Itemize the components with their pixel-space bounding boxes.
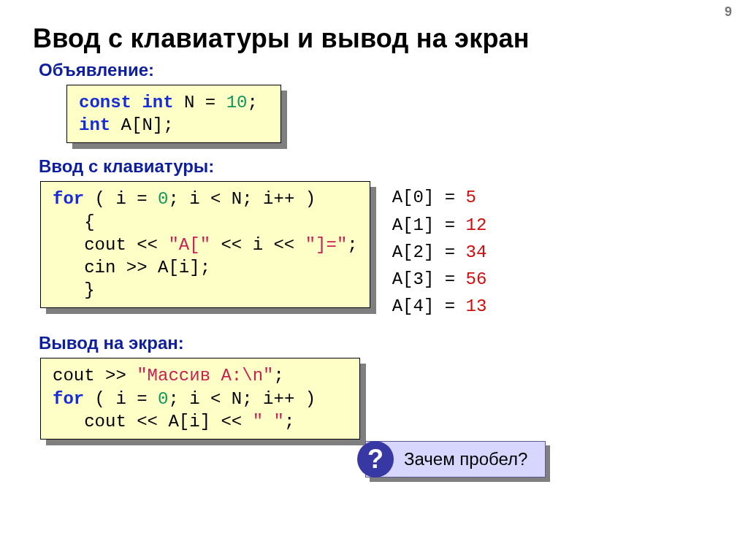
output-key: A[1] =: [392, 215, 466, 235]
string-literal: " ": [253, 412, 284, 431]
code-text: ; i < N; i++ ): [168, 389, 316, 409]
code-text: {: [53, 212, 95, 232]
code-text: =: [137, 189, 158, 209]
code-text: ;: [284, 412, 294, 431]
keyword: const int: [79, 93, 174, 112]
output-value: 56: [466, 269, 487, 289]
output-value: 13: [466, 296, 487, 316]
output-line: A[2] = 34: [392, 239, 487, 266]
string-literal: "]=": [305, 235, 348, 255]
output-line: A[4] = 13: [392, 293, 487, 320]
code-text: =: [205, 93, 226, 112]
slide: 9 Ввод с клавиатуры и вывод на экран Объ…: [0, 0, 748, 560]
keyword: for: [53, 189, 84, 209]
code-text: ;: [273, 366, 283, 386]
output-value: 12: [466, 215, 487, 235]
code-text: << i <<: [210, 235, 305, 255]
code-text: ;: [247, 93, 257, 112]
output-key: A[2] =: [392, 242, 466, 262]
string-literal: "A[": [168, 235, 210, 255]
number-literal: 0: [158, 189, 168, 209]
code-text: cout <<: [53, 235, 168, 255]
number-literal: 0: [158, 389, 168, 409]
code-block-declaration: const int N = 10; int A[N];: [66, 85, 281, 143]
output-key: A[4] =: [392, 296, 466, 316]
code-text: ( i: [84, 189, 137, 209]
keyword: for: [53, 389, 84, 409]
code-text: N: [174, 93, 205, 112]
callout: ? Зачем пробел?: [365, 441, 546, 477]
code-text: cout << A[i] <<: [53, 412, 253, 431]
code-text: cout >>: [53, 366, 137, 386]
string-literal: "Массив A:\n": [137, 366, 273, 386]
question-icon: ?: [357, 441, 394, 477]
output-line: A[1] = 12: [392, 212, 487, 239]
section-input: Ввод с клавиатуры:: [39, 156, 719, 177]
code-text: }: [53, 280, 95, 300]
code-block-input: for ( i = 0; i < N; i++ ) { cout << "A["…: [40, 181, 370, 308]
code-block-output: cout >> "Массив A:\n"; for ( i = 0; i < …: [40, 358, 360, 440]
output-line: A[3] = 56: [392, 266, 487, 293]
code-text: ; i < N; i++ ): [168, 189, 316, 209]
page-number: 9: [725, 4, 732, 20]
code-text: ;: [347, 235, 357, 255]
output-value: 34: [466, 242, 487, 262]
section-declaration: Объявление:: [39, 60, 719, 80]
code-text: cin >> A[i];: [53, 258, 210, 277]
code-text: =: [137, 389, 158, 409]
section-output: Вывод на экран:: [39, 333, 719, 353]
keyword: int: [79, 115, 110, 135]
number-literal: 10: [226, 93, 248, 112]
page-title: Ввод с клавиатуры и вывод на экран: [33, 23, 719, 54]
output-key: A[3] =: [392, 269, 466, 289]
code-text: A[N];: [110, 115, 173, 135]
sample-output: A[0] = 5A[1] = 12A[2] = 34A[3] = 56A[4] …: [392, 184, 487, 320]
output-line: A[0] = 5: [392, 184, 487, 211]
code-text: ( i: [84, 389, 137, 409]
output-key: A[0] =: [392, 188, 466, 207]
output-value: 5: [466, 188, 476, 207]
callout-text: Зачем пробел?: [404, 449, 527, 469]
